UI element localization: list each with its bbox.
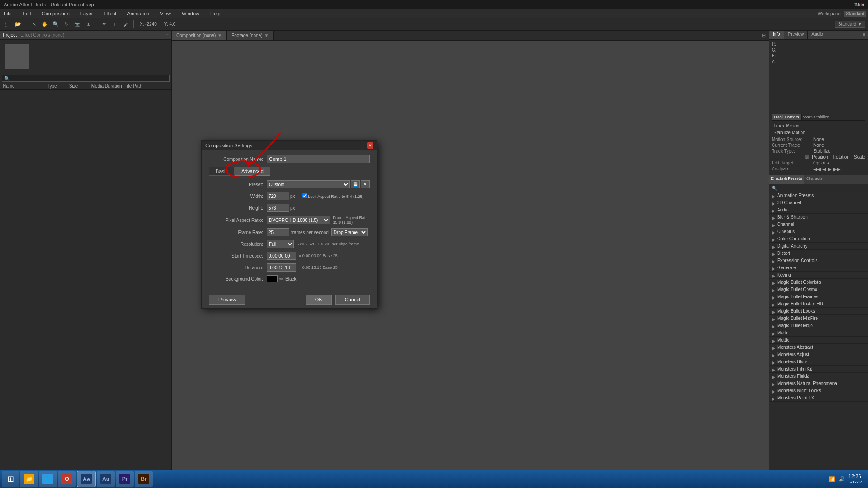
project-search[interactable]: 🔍: [2, 75, 170, 82]
start-tc-input[interactable]: [267, 252, 296, 260]
tab-preview[interactable]: Preview: [784, 31, 808, 39]
track-motion-btn[interactable]: Track Motion: [772, 122, 865, 129]
frame-rate-input[interactable]: [267, 228, 289, 236]
height-input[interactable]: [267, 204, 289, 212]
taskbar-opera[interactable]: O: [58, 471, 76, 487]
effect-cat-blur-sharpen[interactable]: ▶ Blur & Sharpen: [769, 214, 868, 221]
tab-info[interactable]: Info: [769, 31, 784, 39]
minimize-btn[interactable]: ─: [847, 2, 850, 8]
preset-delete-btn[interactable]: ✕: [361, 180, 370, 188]
toolbar-open[interactable]: 📂: [14, 20, 23, 29]
effect-cat-mb-frames[interactable]: ▶ Magic Bullet Frames: [769, 293, 868, 300]
menu-view[interactable]: View: [158, 11, 173, 16]
toolbar-camera[interactable]: 📷: [73, 20, 82, 29]
effect-cat-mb-misfire[interactable]: ▶ Magic Bullet MisFire: [769, 315, 868, 322]
menu-layer[interactable]: Layer: [79, 11, 95, 16]
duration-input[interactable]: [267, 263, 296, 272]
menu-edit[interactable]: Edit: [21, 11, 33, 16]
workspace-dropdown[interactable]: Standard ▼: [835, 21, 865, 28]
effect-cat-channel[interactable]: ▶ Channel: [769, 221, 868, 228]
effect-cat-mb-cosmo[interactable]: ▶ Magic Bullet Cosmo: [769, 286, 868, 293]
effect-cat-distort[interactable]: ▶ Distort: [769, 250, 868, 257]
menu-composition[interactable]: Composition: [40, 11, 71, 16]
effect-cat-3d-channel[interactable]: ▶ 3D Channel: [769, 199, 868, 206]
analyze-next[interactable]: ▶: [828, 166, 831, 172]
taskbar-browser[interactable]: 🌐: [39, 471, 57, 487]
dialog-titlebar[interactable]: Composition Settings ✕: [202, 141, 377, 150]
effect-cat-cineplus[interactable]: ▶ Cineplus: [769, 228, 868, 235]
tab-track-camera[interactable]: Track Camera: [772, 114, 802, 120]
drop-frame-select[interactable]: Drop Frame: [331, 228, 368, 236]
footage-tab-options[interactable]: ▼: [264, 33, 269, 38]
bg-color-picker[interactable]: ✏: [279, 276, 283, 282]
effect-cat-expression-controls[interactable]: ▶ Expression Controls: [769, 257, 868, 264]
project-tab[interactable]: Project: [3, 33, 17, 38]
toolbar-select[interactable]: ↖: [29, 20, 38, 29]
resolution-select[interactable]: Full: [267, 240, 294, 248]
toolbar-brush[interactable]: 🖌: [121, 20, 130, 29]
menu-file[interactable]: File: [2, 11, 14, 16]
panel-menu-btn[interactable]: ≡: [166, 33, 169, 38]
effect-cat-keying[interactable]: ▶ Keying: [769, 272, 868, 279]
menu-help[interactable]: Help: [208, 11, 222, 16]
effect-cat-mettle[interactable]: ▶ Mettle: [769, 337, 868, 344]
effect-cat-monsters-blurs[interactable]: ▶ Monsters Blurs: [769, 358, 868, 366]
menu-animation[interactable]: Animation: [125, 11, 151, 16]
tab-audio[interactable]: Audio: [808, 31, 827, 39]
bg-color-swatch[interactable]: [267, 275, 278, 282]
effect-cat-digital-anarchy[interactable]: ▶ Digital Anarchy: [769, 243, 868, 250]
toolbar-zoom[interactable]: 🔍: [51, 20, 60, 29]
width-input[interactable]: [267, 192, 289, 200]
effect-cat-matte[interactable]: ▶ Matte: [769, 329, 868, 337]
toolbar-text[interactable]: T: [110, 20, 119, 29]
effect-cat-monsters-nightlooks[interactable]: ▶ Monsters Night Looks: [769, 387, 868, 394]
effect-cat-mb-colorista[interactable]: ▶ Magic Bullet Colorista: [769, 279, 868, 286]
effect-cat-monsters-fluidz[interactable]: ▶ Monsters Fluidz: [769, 373, 868, 380]
edit-target-val[interactable]: Options...: [813, 160, 833, 165]
toolbar-hand[interactable]: ✋: [40, 20, 49, 29]
ok-btn[interactable]: OK: [306, 295, 332, 305]
toolbar-pen[interactable]: ✒: [99, 20, 108, 29]
effect-cat-audio[interactable]: ▶ Audio: [769, 206, 868, 214]
toolbar-rotate[interactable]: ↻: [62, 20, 71, 29]
preset-select[interactable]: Custom: [267, 180, 350, 188]
effect-controls-tab[interactable]: Effect Controls (none): [20, 33, 64, 38]
taskbar-bridge[interactable]: Br: [135, 471, 153, 487]
taskbar-aftereffects[interactable]: Ae: [77, 471, 96, 487]
start-button[interactable]: ⊞: [2, 471, 19, 487]
analyze-prev[interactable]: ◀: [822, 166, 826, 172]
menu-effect[interactable]: Effect: [102, 11, 118, 16]
toolbar-new[interactable]: ⬚: [3, 20, 12, 29]
stabilize-btn[interactable]: Stabilize Motion: [772, 129, 865, 136]
comp-name-input[interactable]: [267, 155, 370, 163]
dialog-close-btn[interactable]: ✕: [367, 142, 373, 149]
tab-advanced[interactable]: Advanced: [235, 167, 270, 176]
effect-cat-mb-looks[interactable]: ▶ Magic Bullet Looks: [769, 308, 868, 315]
effect-cat-mb-instanthd[interactable]: ▶ Magic Bullet InstantHD: [769, 300, 868, 308]
comp-tab-composition[interactable]: Composition (none) ▼: [172, 31, 227, 40]
lock-aspect-checkbox[interactable]: Lock Aspect Ratio to 5:4 (1.25): [302, 193, 364, 199]
effect-cat-color-correction[interactable]: ▶ Color Correction: [769, 235, 868, 243]
taskbar-audition[interactable]: Au: [97, 471, 115, 487]
effect-cat-mb-mojo[interactable]: ▶ Magic Bullet Mojo: [769, 322, 868, 329]
comp-tab-options[interactable]: ▼: [217, 33, 222, 38]
menu-window[interactable]: Window: [180, 11, 201, 16]
comp-tab-footage[interactable]: Footage (none) ▼: [227, 31, 274, 40]
workspace-value[interactable]: Standard: [844, 11, 866, 17]
effect-cat-monsters-natural[interactable]: ▶ Monsters Natural Phenomena: [769, 380, 868, 387]
tab-effects-presets[interactable]: Effects & Presets: [769, 175, 804, 184]
taskbar-premiere[interactable]: Pr: [116, 471, 134, 487]
cancel-btn[interactable]: Cancel: [335, 295, 370, 305]
effect-cat-monsters-adjust[interactable]: ▶ Monsters Adjust: [769, 351, 868, 358]
taskbar-explorer[interactable]: 📁: [20, 471, 38, 487]
effect-cat-animation-presets[interactable]: ▶ Animation Presets: [769, 192, 868, 199]
toolbar-pan[interactable]: ⊕: [84, 20, 93, 29]
lock-aspect-input[interactable]: [302, 193, 307, 198]
preview-btn[interactable]: Preview: [209, 295, 245, 305]
tab-character[interactable]: Character: [804, 175, 826, 184]
effect-cat-monsters-filmkit[interactable]: ▶ Monsters Film Kit: [769, 366, 868, 373]
preset-save-btn[interactable]: 💾: [351, 180, 360, 188]
pixel-aspect-select[interactable]: DVCPRO HD 1080 (1.5): [267, 216, 330, 224]
tab-basic[interactable]: Basic: [209, 167, 235, 176]
tab-warp-stabilize[interactable]: Warp Stabilize: [802, 114, 832, 120]
